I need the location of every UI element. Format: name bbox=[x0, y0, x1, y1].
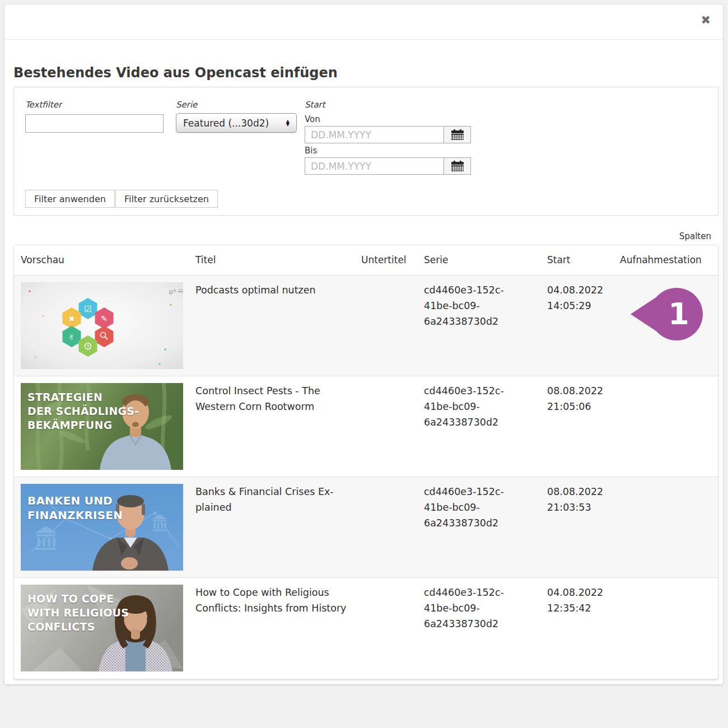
date-from-group bbox=[305, 126, 471, 143]
video-subtitle bbox=[354, 577, 417, 678]
table-row[interactable]: HOW TO COPE WITH RELIGIOUS CONFLICTS How… bbox=[14, 577, 718, 678]
opencast-insert-dialog: ✖ Bestehendes Video aus Opencast einfüge… bbox=[4, 4, 723, 684]
filter-apply-button[interactable]: Filter anwenden bbox=[25, 190, 115, 208]
calendar-icon bbox=[451, 161, 464, 171]
col-header-serie: Serie bbox=[417, 245, 540, 275]
video-subtitle bbox=[354, 376, 417, 477]
date-from-input[interactable] bbox=[305, 127, 444, 143]
table-row[interactable]: BANKEN UND FINANZKRISEN Banks & Financia… bbox=[14, 477, 718, 577]
serie-label: Serie bbox=[176, 100, 197, 110]
video-station bbox=[613, 376, 718, 477]
calendar-button-from[interactable] bbox=[444, 127, 470, 143]
video-subtitle bbox=[354, 275, 417, 376]
col-header-aufnahmestation: Aufnahmestation bbox=[613, 245, 718, 275]
col-header-start: Start bbox=[540, 245, 613, 275]
thumbnail-caption: HOW TO COPE WITH RELIGIOUS CONFLICTS bbox=[27, 592, 129, 634]
video-title: Banks & Financial Crises Ex­plained bbox=[189, 477, 354, 577]
filter-panel: Textfilter Serie Featured (...30d2) ▲▼ S… bbox=[13, 87, 718, 216]
video-thumbnail-banks[interactable]: BANKEN UND FINANZKRISEN bbox=[21, 484, 183, 571]
col-header-vorschau: Vorschau bbox=[14, 245, 189, 275]
svg-text:✌: ✌ bbox=[69, 333, 75, 342]
date-to-input[interactable] bbox=[305, 158, 444, 174]
table-header-row: Vorschau Titel Untertitel Serie Start Au… bbox=[14, 245, 718, 275]
date-to-group bbox=[305, 157, 471, 175]
serie-select[interactable]: Featured (...30d2) ▲▼ bbox=[176, 113, 297, 133]
video-serie: cd4460e3-152c-41be-bc09-6a24338730d2 bbox=[417, 376, 540, 477]
textfilter-label: Textfilter bbox=[25, 100, 62, 110]
table-row[interactable]: STRATEGIEN DER SCHÄDLINGS- BEKÄMPFUNG Co… bbox=[14, 376, 718, 477]
col-header-titel: Titel bbox=[189, 245, 354, 275]
annotation-number: 1 bbox=[668, 296, 689, 332]
dialog-header: ✖ bbox=[4, 4, 723, 40]
svg-text:✖: ✖ bbox=[69, 315, 75, 323]
serie-select-value: Featured (...30d2) bbox=[183, 118, 286, 129]
video-table: Vorschau Titel Untertitel Serie Start Au… bbox=[13, 245, 718, 679]
video-start: 08.08.2022 21:05:06 bbox=[540, 376, 613, 477]
calendar-icon bbox=[451, 129, 464, 140]
svg-text:✎: ✎ bbox=[101, 314, 108, 323]
table-row[interactable]: ☑ ✖ ✎ ✌ uᵇ bbox=[14, 275, 718, 376]
video-title: Podcasts optimal nutzen bbox=[189, 275, 354, 376]
columns-toggle[interactable]: Spalten bbox=[679, 231, 711, 241]
col-header-untertitel: Untertitel bbox=[354, 245, 417, 275]
video-title: Control Insect Pests - The Western Corn … bbox=[189, 376, 354, 477]
video-start: 04.08.2022 12:35:42 bbox=[540, 577, 613, 678]
thumbnail-caption: BANKEN UND FINANZKRISEN bbox=[27, 493, 123, 523]
calendar-button-to[interactable] bbox=[444, 158, 470, 174]
video-station bbox=[613, 477, 718, 577]
video-serie: cd4460e3-152c-41be-bc09-6a24338730d2 bbox=[417, 275, 540, 376]
university-logo: uᵇ bbox=[168, 287, 175, 297]
video-start: 04.08.2022 14:05:29 bbox=[540, 275, 613, 376]
video-start: 08.08.2022 21:03:53 bbox=[540, 477, 613, 577]
bis-label: Bis bbox=[305, 146, 317, 156]
filter-reset-button[interactable]: Filter zurücksetzen bbox=[115, 190, 218, 208]
video-thumbnail-pest-control[interactable]: STRATEGIEN DER SCHÄDLINGS- BEKÄMPFUNG bbox=[21, 383, 183, 470]
page-title: Bestehendes Video aus Opencast einfügen bbox=[13, 65, 338, 81]
annotation-marker-1: 1 bbox=[631, 287, 704, 342]
svg-text:☑: ☑ bbox=[84, 304, 91, 314]
select-arrows-icon: ▲▼ bbox=[286, 120, 290, 127]
von-label: Von bbox=[305, 114, 320, 124]
video-title: How to Cope with Religious Conflicts: In… bbox=[189, 577, 354, 678]
video-thumbnail-hexagons[interactable]: ☑ ✖ ✎ ✌ uᵇ bbox=[21, 282, 183, 369]
start-label: Start bbox=[305, 100, 325, 110]
video-station bbox=[613, 577, 718, 678]
close-icon[interactable]: ✖ bbox=[701, 15, 711, 26]
video-serie: cd4460e3-152c-41be-bc09-6a24338730d2 bbox=[417, 577, 540, 678]
video-thumbnail-religious-conflicts[interactable]: HOW TO COPE WITH RELIGIOUS CONFLICTS bbox=[21, 585, 183, 671]
textfilter-input[interactable] bbox=[25, 114, 164, 133]
thumbnail-caption: STRATEGIEN DER SCHÄDLINGS- BEKÄMPFUNG bbox=[27, 390, 139, 433]
video-serie: cd4460e3-152c-41be-bc09-6a24338730d2 bbox=[417, 477, 540, 577]
video-subtitle bbox=[354, 477, 417, 577]
